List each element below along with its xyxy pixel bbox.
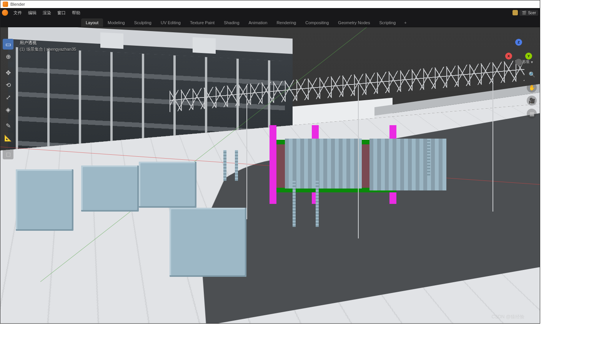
watermark: CSDN @猿经验	[491, 314, 524, 320]
switchgear-model	[81, 165, 139, 212]
insulator-model	[293, 181, 296, 227]
hand-icon: ✋	[529, 84, 535, 91]
transformer-model	[285, 139, 362, 189]
insulator-model	[316, 181, 319, 227]
nav-gizmo[interactable]: Z X Y	[505, 39, 532, 66]
menu-window[interactable]: 窗口	[54, 9, 69, 17]
tab-layout[interactable]: Layout	[81, 18, 103, 27]
viewport-overlay-text: 用户透视 (1) 场景集合 | shengyazhan35	[20, 40, 76, 52]
add-primitive-tool[interactable]: ◻	[3, 149, 13, 159]
switchgear-model	[16, 169, 73, 231]
tab-geometry-nodes[interactable]: Geometry Nodes	[333, 18, 374, 27]
move-tool[interactable]: ✥	[3, 67, 13, 78]
tab-sculpting[interactable]: Sculpting	[130, 18, 156, 27]
scale-tool[interactable]: ⤢	[3, 92, 13, 103]
app-window: Blender 文件 编辑 渲染 窗口 帮助 🎬Scer Layout Mode…	[0, 0, 540, 324]
tab-animation[interactable]: Animation	[244, 18, 272, 27]
transform-tool[interactable]: ◈	[3, 104, 13, 115]
select-box-tool[interactable]: ▭	[3, 39, 13, 50]
app-title: Blender	[10, 2, 25, 7]
3d-viewport[interactable]: 选项 ▾ ▭ ⊕ ✥ ⟲ ⤢ ◈ ✎ 📐 ◻ 用户透视 (1) 场景集合 | s…	[0, 27, 540, 323]
zoom-button[interactable]: 🔍	[527, 69, 537, 79]
menu-edit[interactable]: 编辑	[25, 9, 40, 17]
menu-help[interactable]: 帮助	[69, 9, 83, 17]
tab-add[interactable]: +	[400, 18, 410, 27]
camera-icon: 🎥	[529, 98, 535, 104]
tab-uv-editing[interactable]: UV Editing	[156, 18, 185, 27]
support-pole	[493, 81, 493, 212]
magnifier-icon: 🔍	[529, 71, 535, 78]
gizmo-x-axis[interactable]: X	[505, 53, 512, 60]
grid-icon: ▦	[529, 111, 534, 117]
support-pole	[246, 85, 247, 219]
scene-dropdown[interactable]: 🎬Scer	[519, 10, 538, 16]
support-pole	[358, 85, 359, 238]
tab-rendering[interactable]: Rendering	[272, 18, 301, 27]
active-object-name: (1) 场景集合 | shengyazhan35	[20, 46, 76, 53]
dormer-model	[193, 37, 216, 54]
insulator-model	[235, 150, 238, 181]
annotate-tool[interactable]: ✎	[3, 120, 13, 131]
pan-button[interactable]: ✋	[527, 83, 537, 93]
dormer-model	[100, 32, 123, 49]
view-layer-icon[interactable]	[512, 10, 518, 15]
menu-render[interactable]: 渲染	[40, 9, 54, 17]
tab-modeling[interactable]: Modeling	[103, 18, 130, 27]
titlebar: Blender	[0, 0, 540, 8]
workspace-tabs: Layout Modeling Sculpting UV Editing Tex…	[0, 17, 540, 27]
blender-logo-icon	[3, 2, 8, 7]
scene-contents	[0, 27, 540, 323]
gizmo-y-axis[interactable]: Y	[525, 53, 532, 60]
switchgear-model	[170, 208, 246, 277]
tab-scripting[interactable]: Scripting	[374, 18, 400, 27]
tab-compositing[interactable]: Compositing	[301, 18, 333, 27]
menu-file[interactable]: 文件	[10, 9, 25, 17]
scene-label: Scer	[528, 11, 536, 15]
rotate-tool[interactable]: ⟲	[3, 79, 13, 90]
measure-tool[interactable]: 📐	[3, 132, 13, 143]
gizmo-z-axis[interactable]: Z	[515, 39, 522, 46]
view-name: 用户透视	[20, 40, 76, 46]
tab-shading[interactable]: Shading	[219, 18, 244, 27]
gizmo-neg-axis[interactable]	[515, 59, 522, 66]
tab-texture-paint[interactable]: Texture Paint	[185, 18, 219, 27]
viewport-nav-buttons: 🔍 ✋ 🎥 ▦	[527, 69, 537, 119]
camera-view-button[interactable]: 🎥	[527, 96, 537, 106]
main-menu-bar: 文件 编辑 渲染 窗口 帮助 🎬Scer	[0, 8, 540, 17]
cursor-tool[interactable]: ⊕	[3, 51, 13, 62]
toolbar-left: ▭ ⊕ ✥ ⟲ ⤢ ◈ ✎ 📐 ◻	[3, 39, 13, 159]
switchgear-model	[139, 162, 196, 208]
insulator-model	[223, 150, 226, 181]
transformer-model	[369, 139, 446, 190]
perspective-toggle-button[interactable]: ▦	[527, 109, 537, 119]
blender-menu-icon[interactable]	[2, 10, 8, 16]
insulator-model	[427, 139, 430, 177]
